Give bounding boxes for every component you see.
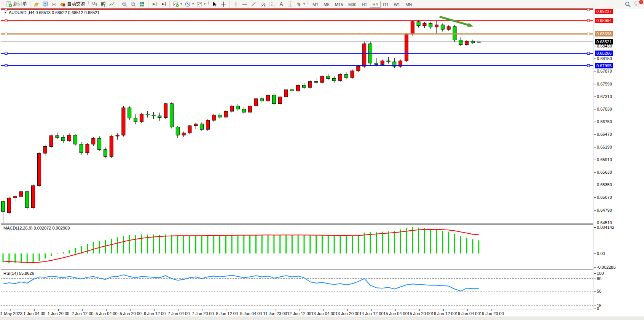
time-axis[interactable]: 31 May 20231 Jun 04:001 Jun 20:002 Jun 1… [1, 310, 594, 317]
toolbar-grip[interactable] [3, 1, 3, 7]
chevron-down-icon: ▾ [180, 2, 182, 6]
time-label: 31 May 2023 [0, 311, 22, 316]
candle [62, 138, 65, 141]
bar-chart-icon [91, 1, 97, 7]
price-axis[interactable]: 0.684300.681500.678700.675900.673100.670… [594, 8, 644, 317]
toolbar-grip[interactable] [208, 1, 209, 7]
arrows-button[interactable]: ▾ [295, 0, 306, 8]
auto-trading-label: 自动交易 [67, 1, 85, 7]
candle [56, 136, 59, 138]
time-label: 19 Jun 04:00 [456, 311, 480, 316]
chart-title: ▼ AUDUSD-,H4 0.68513 0.68522 0.68512 0.6… [4, 10, 99, 15]
search-icon[interactable] [625, 1, 631, 8]
candle [459, 40, 462, 45]
line-handle[interactable] [5, 19, 7, 22]
line-handle[interactable] [5, 52, 7, 54]
candle [2, 201, 5, 211]
tile-windows-button[interactable] [138, 0, 146, 8]
cursor-button[interactable] [210, 0, 219, 8]
time-label: 6 Jun 12:00 [144, 311, 166, 316]
equidistant-channel-button[interactable]: E [258, 0, 267, 8]
price-tick: 0.67030 [597, 107, 612, 112]
auto-scroll-button[interactable] [150, 0, 159, 8]
timeframe-D1[interactable]: D1 [381, 1, 391, 8]
zoom-in-icon [121, 1, 128, 7]
market-watch-button[interactable] [32, 0, 41, 8]
candle [116, 135, 119, 136]
text-tool-button[interactable]: A [277, 0, 285, 8]
horizontal-line-icon [242, 1, 248, 7]
candle [13, 196, 17, 198]
candle [110, 136, 113, 156]
line-handle[interactable] [5, 33, 7, 35]
time-label: 13 Jun 04:00 [311, 311, 335, 316]
candlestick-button[interactable] [99, 0, 107, 8]
horizontal-line-button[interactable] [241, 0, 249, 8]
candle [308, 82, 312, 87]
candle [128, 108, 131, 118]
timeframe-H1[interactable]: H1 [359, 1, 370, 8]
line-handle[interactable] [587, 33, 590, 35]
signals-button[interactable] [50, 0, 58, 8]
candle [242, 109, 245, 112]
auto-trading-button[interactable]: 自动交易 [59, 0, 86, 8]
chart-canvas[interactable] [1, 8, 594, 317]
time-label: 2 Jun 12:00 [72, 311, 94, 316]
arrows-icon [296, 1, 302, 7]
candle [344, 74, 348, 78]
zoom-in-button[interactable] [120, 0, 129, 8]
line-handle[interactable] [587, 65, 590, 67]
chart-shift-button[interactable] [159, 0, 167, 8]
collapse-triangle-icon[interactable]: ▼ [4, 11, 7, 14]
notifications-button[interactable]: 1 [634, 0, 641, 8]
periods-button[interactable]: ▾ [183, 0, 195, 8]
text-label-button[interactable]: T [286, 0, 294, 8]
indicators-button[interactable]: ▾ [172, 0, 183, 8]
line-handle[interactable] [587, 8, 590, 11]
fibonacci-button[interactable]: F [268, 0, 277, 8]
price-badge: 0.68698 [595, 31, 613, 36]
toolbar-grip[interactable] [88, 1, 89, 7]
auto-trading-icon [60, 1, 66, 7]
new-order-button[interactable]: 新订单 [5, 0, 28, 8]
timeframe-M5[interactable]: M5 [321, 1, 332, 8]
timeframe-M30[interactable]: M30 [346, 1, 359, 8]
timeframe-W1[interactable]: W1 [391, 1, 403, 8]
vertical-line-button[interactable] [232, 0, 240, 8]
candle [152, 115, 155, 116]
candle [140, 114, 143, 122]
time-label: 11 Jun 23:00 [263, 311, 287, 316]
candle [49, 136, 53, 146]
candle [296, 85, 300, 91]
crosshair-button[interactable] [219, 0, 228, 8]
trendline-button[interactable] [249, 0, 258, 8]
templates-button[interactable]: ▾ [195, 0, 207, 8]
candle [182, 133, 185, 135]
candle [357, 66, 360, 71]
bar-chart-button[interactable] [90, 0, 99, 8]
price-tick: 0.66750 [597, 119, 612, 124]
signal-icon [51, 1, 57, 7]
candle [423, 24, 426, 26]
timeframe-M15[interactable]: M15 [332, 1, 346, 8]
timeframe-M1[interactable]: M1 [310, 1, 321, 8]
candle [224, 111, 228, 117]
zoom-out-button[interactable] [129, 0, 137, 8]
timeframe-H4[interactable]: H4 [370, 1, 381, 8]
separator [118, 1, 118, 8]
svg-text:E: E [264, 4, 266, 7]
price-tick: 0.65350 [597, 182, 612, 187]
candle [447, 27, 450, 29]
line-chart-button[interactable] [108, 0, 116, 8]
line-handle[interactable] [587, 19, 590, 22]
candle [278, 97, 282, 104]
line-handle[interactable] [587, 52, 590, 54]
price-tick: 0.68150 [597, 56, 612, 61]
line-handle[interactable] [5, 65, 7, 67]
timeframe-MN[interactable]: MN [403, 1, 414, 8]
candle [19, 192, 23, 196]
terminal-button[interactable] [41, 0, 49, 8]
candle [26, 192, 29, 208]
toolbar-grip[interactable] [308, 1, 308, 7]
candle [104, 150, 107, 157]
